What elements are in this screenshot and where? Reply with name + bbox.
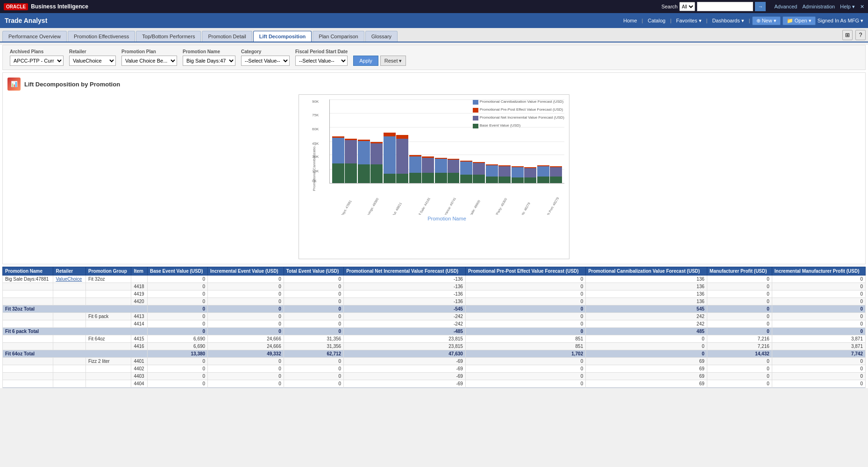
tab-glossary[interactable]: Glossary bbox=[365, 31, 398, 42]
x-label-9: Warm Up with Port: 48279 bbox=[537, 197, 559, 215]
base-cell: 6,690 bbox=[147, 335, 207, 343]
incr-cell: 0 bbox=[208, 298, 284, 305]
table-row: Fit 6 pack Total 0 0 0 -485 0 485 0 0 bbox=[3, 328, 866, 335]
archived-plans-filter: Archived Plans APCC-PTP - Curr bbox=[10, 49, 64, 66]
subtotal-total: 0 bbox=[284, 328, 343, 335]
subtotal-total: 62,712 bbox=[284, 350, 343, 358]
favorites-link[interactable]: Favorites ▾ bbox=[673, 17, 704, 25]
group-cell bbox=[85, 365, 131, 373]
catalog-link[interactable]: Catalog bbox=[645, 17, 668, 24]
advanced-link[interactable]: Advanced bbox=[774, 4, 797, 9]
tab-topbottom[interactable]: Top/Bottom Performers bbox=[136, 31, 201, 42]
netinc-cell: 23,815 bbox=[344, 335, 466, 343]
group-cell: Fit 64oz bbox=[85, 335, 131, 343]
new-button[interactable]: ⊕ New ▾ bbox=[752, 16, 781, 25]
retailer-cell bbox=[53, 343, 86, 350]
prepost-cell: 0 bbox=[465, 380, 585, 388]
item-cell: 4415 bbox=[131, 335, 148, 343]
archived-plans-select[interactable]: APCC-PTP - Curr bbox=[10, 56, 64, 66]
subtotal-base: 0 bbox=[147, 328, 207, 335]
tab-effectiveness[interactable]: Promotion Effectiveness bbox=[68, 31, 135, 42]
y-label-60k: 60K bbox=[312, 127, 319, 131]
archived-plans-label: Archived Plans bbox=[10, 49, 64, 54]
search-go-button[interactable]: → bbox=[755, 2, 766, 11]
subtotal-total: 0 bbox=[284, 388, 343, 389]
total-cell: 0 bbox=[284, 380, 343, 388]
open-button[interactable]: 📁 Open ▾ bbox=[783, 16, 816, 25]
prepost-cell: 851 bbox=[465, 343, 585, 350]
search-input[interactable] bbox=[697, 2, 753, 11]
table-row: Fit 64oz 4415 6,690 24,666 31,356 23,815… bbox=[3, 335, 866, 343]
retailer-label: Retailer bbox=[69, 49, 116, 54]
table-row: Fizz 2 liter 4401 0 0 0 -69 0 69 0 0 bbox=[3, 358, 866, 365]
tab-detail[interactable]: Promotion Detail bbox=[202, 31, 252, 42]
dashboards-link[interactable]: Dashboards ▾ bbox=[709, 17, 747, 25]
promotion-name-select[interactable]: Big Sale Days:47 bbox=[183, 56, 235, 66]
table-row: 4416 6,690 24,666 31,356 23,815 851 0 7,… bbox=[3, 343, 866, 350]
administration-link[interactable]: Administration bbox=[802, 4, 835, 9]
promotion-plan-label: Promotion Plan bbox=[121, 49, 177, 54]
mfgprofit-cell: 0 bbox=[707, 373, 772, 380]
prepost-cell: 0 bbox=[465, 276, 585, 283]
th-item: Item bbox=[131, 267, 148, 276]
x-axis-title: Promotion Name bbox=[329, 216, 564, 221]
subtotal-label: Fit 64oz Total bbox=[3, 350, 148, 358]
close-link[interactable]: ✕ bbox=[860, 4, 864, 9]
retailer-cell bbox=[53, 313, 86, 320]
app-title: Trade Analyst bbox=[5, 17, 47, 24]
item-cell: 4416 bbox=[131, 343, 148, 350]
total-cell: 0 bbox=[284, 358, 343, 365]
subtotal-mfgprofit: 0 bbox=[707, 388, 772, 389]
tab-plan[interactable]: Plan Comparison bbox=[313, 31, 364, 42]
x-label-3: Check Out: 48811 bbox=[386, 202, 402, 215]
second-navbar: Trade Analyst Home | Catalog | Favorites… bbox=[0, 13, 868, 28]
retailer-select[interactable]: ValueChoice bbox=[69, 56, 116, 66]
tab-performance[interactable]: Performance Overview bbox=[2, 31, 67, 42]
total-cell: 31,356 bbox=[284, 335, 343, 343]
group-cell bbox=[85, 320, 131, 328]
table-row: 4402 0 0 0 -69 0 69 0 0 bbox=[3, 365, 866, 373]
retailer-cell bbox=[53, 335, 86, 343]
subtotal-netinc: -545 bbox=[344, 305, 466, 313]
promotion-name-cell bbox=[3, 365, 53, 373]
total-cell: 0 bbox=[284, 298, 343, 305]
base-cell: 0 bbox=[147, 380, 207, 388]
item-cell bbox=[131, 276, 148, 283]
apply-button[interactable]: Apply bbox=[353, 56, 378, 66]
fiscal-period-filter: Fiscal Period Start Date --Select Value-… bbox=[295, 49, 348, 66]
netinc-cell: -136 bbox=[344, 283, 466, 290]
home-link[interactable]: Home bbox=[620, 17, 640, 24]
promotion-name-cell bbox=[3, 320, 53, 328]
promotion-name-cell bbox=[3, 380, 53, 388]
legend-prepost: Promotional Pre-Post Effect Value Foreca… bbox=[480, 107, 563, 112]
total-cell: 0 bbox=[284, 373, 343, 380]
group-cell bbox=[85, 283, 131, 290]
mfgprofit-cell: 0 bbox=[707, 290, 772, 298]
layout-icon-button[interactable]: ⊞ bbox=[842, 30, 853, 40]
category-select[interactable]: --Select Value-- bbox=[241, 56, 290, 66]
tabs-container: Performance Overview Promotion Effective… bbox=[2, 31, 398, 42]
search-scope-select[interactable]: All bbox=[679, 2, 695, 11]
total-cell: 0 bbox=[284, 320, 343, 328]
help-icon-button[interactable]: ? bbox=[855, 30, 866, 40]
retailer-cell[interactable]: ValueChoice bbox=[53, 276, 86, 283]
subtotal-incr: 0 bbox=[208, 305, 284, 313]
subtotal-cannib: 485 bbox=[586, 328, 707, 335]
help-link[interactable]: Help ▾ bbox=[840, 4, 855, 9]
tab-lift[interactable]: Lift Decomposition bbox=[253, 31, 312, 42]
prepost-cell: 0 bbox=[465, 313, 585, 320]
reset-button[interactable]: Reset ▾ bbox=[380, 56, 406, 66]
total-cell: 0 bbox=[284, 313, 343, 320]
promotion-name-cell bbox=[3, 283, 53, 290]
item-cell: 4413 bbox=[131, 313, 148, 320]
prepost-cell: 0 bbox=[465, 298, 585, 305]
bar-group-1 bbox=[332, 136, 357, 183]
subtotal-mfgprofit: 14,432 bbox=[707, 350, 772, 358]
chart-legend: Promotional Cannibalization Value Foreca… bbox=[473, 99, 564, 128]
tab-bar-right: ⊞ ? bbox=[842, 30, 866, 42]
promotion-plan-select[interactable]: Value Choice Be... bbox=[121, 56, 177, 66]
fiscal-period-select[interactable]: --Select Value-- bbox=[295, 56, 348, 66]
base-cell: 0 bbox=[147, 283, 207, 290]
prepost-cell: 851 bbox=[465, 335, 585, 343]
cannib-cell: 69 bbox=[586, 373, 707, 380]
